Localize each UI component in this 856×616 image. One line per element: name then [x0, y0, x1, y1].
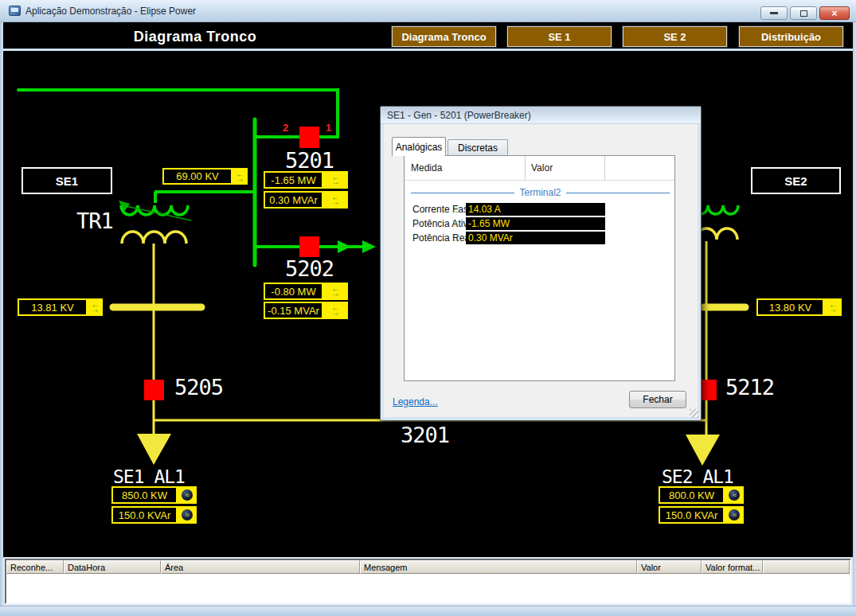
- alarm-col-valor-format[interactable]: Valor format...: [702, 560, 763, 574]
- resize-grip[interactable]: [690, 409, 698, 418]
- swap-icon[interactable]: ←→: [233, 168, 248, 185]
- alarm-body-empty: [6, 574, 850, 601]
- swap-icon[interactable]: ←→: [88, 298, 103, 316]
- breaker-5201[interactable]: [299, 127, 319, 148]
- maximize-button[interactable]: [790, 6, 817, 20]
- fechar-button[interactable]: Fechar: [629, 391, 686, 408]
- trend-button[interactable]: ≈: [725, 506, 744, 524]
- transformer-tr1-label: TR1: [76, 209, 113, 233]
- swap-icon[interactable]: ←→: [323, 283, 348, 300]
- station-se1-label: SE1: [56, 174, 78, 188]
- measure-line-mvar[interactable]: -0.15 MVAr ←→: [264, 302, 348, 319]
- tie-3201-label: 3201: [401, 423, 449, 447]
- measure-gen-mvar[interactable]: 0.30 MVAr ←→: [264, 191, 348, 209]
- alarm-col-datahora[interactable]: DataHora: [64, 560, 161, 574]
- alarm-col-area[interactable]: Área: [161, 560, 360, 574]
- measure-value[interactable]: 13.80 KV: [756, 298, 824, 316]
- flow-arrow-2: [362, 240, 376, 253]
- measure-value[interactable]: -0.15 MVAr: [264, 302, 323, 319]
- feeder-se1-kvar[interactable]: 150.0 KVAr ≈: [111, 506, 197, 524]
- dialog-title: SE1 - Gen - 5201 (PowerBreaker): [387, 110, 531, 121]
- station-se1-box[interactable]: SE1: [21, 167, 112, 194]
- alarm-col-reconhece[interactable]: Reconhe...: [6, 560, 64, 574]
- trend-icon: ≈: [729, 509, 740, 520]
- swap-icon[interactable]: ←→: [451, 232, 459, 242]
- measure-value[interactable]: 13.81 KV: [18, 298, 88, 316]
- se2-feeder-arrow: [686, 435, 720, 466]
- dialog-title-bar[interactable]: SE1 - Gen - 5201 (PowerBreaker): [381, 107, 701, 124]
- column-header-medida[interactable]: Medida: [411, 162, 442, 173]
- feeder-se1-al1-label: SE1_AL1: [113, 466, 185, 487]
- measure-row-potencia-reativa[interactable]: Potência Reativa Trifásica ←→ 0.30 MVAr: [405, 231, 674, 245]
- measure-value[interactable]: 0.30 MVAr: [466, 232, 605, 244]
- trend-button[interactable]: ≈: [178, 486, 197, 504]
- feeder-se1-kw[interactable]: 850.0 KW ≈: [111, 486, 197, 504]
- measure-value[interactable]: 150.0 KVAr: [111, 506, 178, 524]
- se1-feeder-arrow: [137, 434, 171, 465]
- minimize-button[interactable]: [760, 6, 788, 20]
- station-se2-box[interactable]: SE2: [751, 167, 841, 194]
- feeder-se2-kvar[interactable]: 150.0 KVAr ≈: [659, 506, 744, 524]
- station-se2-label: SE2: [784, 174, 807, 188]
- measure-se1-hv-kv[interactable]: 69.00 KV ←→: [162, 168, 248, 185]
- group-label: Terminal2: [519, 187, 561, 198]
- measure-value[interactable]: 69.00 KV: [162, 168, 233, 185]
- maximize-icon: [800, 10, 807, 17]
- swap-icon[interactable]: ←→: [323, 302, 348, 319]
- swap-icon[interactable]: ←→: [323, 191, 348, 209]
- group-line-left: [411, 193, 514, 193]
- tr2-lv-winding[interactable]: [696, 228, 737, 240]
- alarm-col-mensagem[interactable]: Mensagem: [360, 560, 637, 574]
- column-separator[interactable]: [604, 156, 605, 180]
- measure-value[interactable]: 800.0 KW: [659, 486, 725, 504]
- window-controls: ×: [760, 6, 850, 20]
- header-divider: [405, 180, 674, 181]
- swap-icon[interactable]: ←→: [323, 171, 348, 189]
- trend-button[interactable]: ≈: [178, 506, 197, 524]
- measure-se1-lv-kv[interactable]: 13.81 KV ←→: [18, 298, 103, 316]
- measure-se2-lv-kv[interactable]: 13.80 KV ←→: [756, 298, 842, 316]
- measure-value[interactable]: -0.80 MW: [264, 283, 323, 300]
- group-line-right: [566, 193, 670, 193]
- trend-button[interactable]: ≈: [725, 486, 744, 504]
- minimize-icon: [770, 12, 778, 14]
- swap-icon[interactable]: ←→: [451, 204, 459, 213]
- measure-value[interactable]: 14.03 A: [466, 203, 605, 216]
- swap-icon[interactable]: ←→: [451, 218, 459, 228]
- nav-button-distribuicao[interactable]: Distribuição: [739, 26, 843, 47]
- measure-value[interactable]: -1.65 MW: [264, 171, 323, 189]
- measure-value[interactable]: 0.30 MVAr: [264, 191, 323, 209]
- trend-icon: ≈: [729, 489, 740, 501]
- nav-button-se2[interactable]: SE 2: [623, 26, 727, 47]
- close-button[interactable]: ×: [819, 6, 850, 20]
- feeder-se2-kw[interactable]: 800.0 KW ≈: [659, 486, 744, 504]
- breaker-5205[interactable]: [144, 380, 164, 400]
- breaker-5202[interactable]: [299, 236, 319, 257]
- measure-value[interactable]: 850.0 KW: [111, 486, 178, 504]
- breaker-5212-label: 5212: [725, 375, 774, 400]
- swap-icon[interactable]: ←→: [824, 298, 842, 316]
- alarm-col-empty[interactable]: [763, 560, 850, 574]
- nav-button-se1[interactable]: SE 1: [507, 26, 612, 47]
- terminal-2-label: 2: [283, 122, 288, 134]
- nav-button-diagrama-tronco[interactable]: Diagrama Tronco: [392, 26, 496, 47]
- terminal2-group: Terminal2: [411, 186, 670, 199]
- trend-icon: ≈: [182, 509, 193, 520]
- app-icon: [9, 6, 21, 16]
- tab-discretas[interactable]: Discretas: [448, 139, 508, 156]
- column-separator[interactable]: [525, 156, 526, 180]
- measure-value[interactable]: 150.0 KVAr: [659, 506, 725, 524]
- measure-gen-mw[interactable]: -1.65 MW ←→: [264, 171, 348, 189]
- legend-link[interactable]: Legenda...: [393, 396, 438, 407]
- measure-line-mw[interactable]: -0.80 MW ←→: [264, 283, 348, 300]
- alarm-col-valor[interactable]: Valor: [637, 560, 702, 574]
- feeder-se2-al1-label: SE2_AL1: [662, 466, 733, 487]
- measure-row-corrente[interactable]: Corrente Fase A ←→ 14.03 A: [405, 202, 674, 216]
- trend-icon: ≈: [182, 489, 193, 501]
- measure-value[interactable]: -1.65 MW: [466, 217, 605, 230]
- tr1-lv-winding[interactable]: [122, 232, 186, 244]
- tab-analogicas[interactable]: Analógicas: [392, 137, 446, 156]
- column-header-valor[interactable]: Valor: [531, 162, 553, 173]
- measure-row-potencia-ativa[interactable]: Potência Ativa Trifásica ←→ -1.65 MW: [405, 216, 674, 231]
- breaker-5202-label: 5202: [285, 256, 334, 281]
